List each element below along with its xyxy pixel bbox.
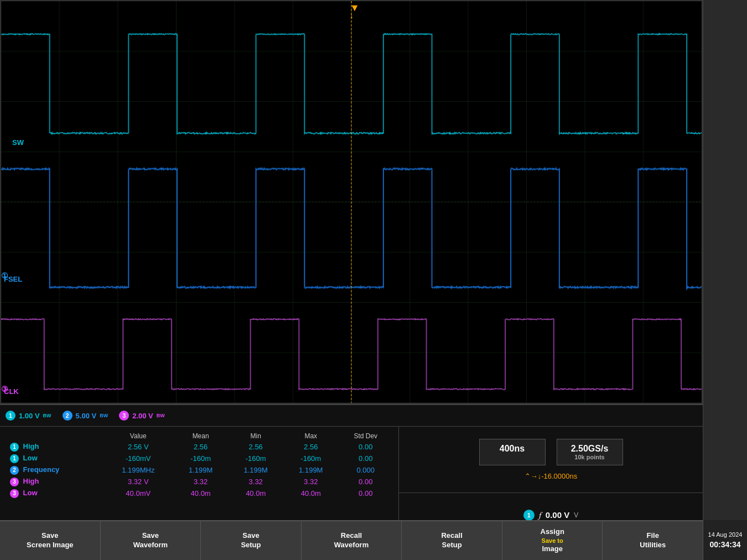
- stat-mean: -160m: [173, 453, 229, 464]
- stats-header-std: Std Dev: [339, 431, 393, 441]
- stat-label: 1 High: [6, 441, 103, 453]
- stat-max: 2.56: [283, 441, 339, 453]
- timebase-value: 400ns: [491, 444, 534, 454]
- stats-row: 3 High 3.32 V 3.32 3.32 3.32 0.00: [6, 476, 393, 488]
- stat-max: -160m: [283, 453, 339, 464]
- stat-std: 0.000: [339, 464, 393, 476]
- waveform-display: [1, 1, 702, 403]
- save-setup-button[interactable]: SaveSetup: [201, 521, 302, 560]
- stat-value: 1.199MHz: [103, 464, 173, 476]
- stat-max: 3.32: [283, 476, 339, 488]
- stat-label: 3 Low: [6, 488, 103, 499]
- stat-mean: 40.0m: [173, 488, 229, 499]
- assign-image-text: Image: [542, 545, 563, 554]
- ch1-indicator: 1 1.00 V BW: [6, 411, 51, 421]
- ch2-label: SW: [12, 138, 24, 147]
- trigger-ch-circle: 1: [523, 510, 535, 521]
- recall-setup-button[interactable]: RecallSetup: [402, 521, 502, 560]
- ch3-circle: 3: [119, 411, 129, 421]
- trigger-display: 1 𝑓 0.00 V V: [523, 510, 578, 521]
- ch3-marker: ③: [1, 385, 8, 393]
- channel-bar: 1 1.00 V BW 2 5.00 V BW 3 2.00 V BW: [0, 404, 703, 426]
- stat-min: 40.0m: [228, 488, 283, 499]
- stats-tbody: 1 High 2.56 V 2.56 2.56 2.56 0.00 1 Low …: [6, 441, 393, 499]
- right-stats-panel: [703, 404, 747, 520]
- stat-value: 2.56 V: [103, 441, 173, 453]
- stat-mean: 3.32: [173, 476, 229, 488]
- assign-sub-text: Save to: [542, 537, 563, 545]
- stats-header-mean: Mean: [173, 431, 229, 441]
- stat-std: 0.00: [339, 453, 393, 464]
- stat-label: 2 Frequency: [6, 464, 103, 476]
- ch1-bw: BW: [43, 413, 51, 418]
- stat-min: 2.56: [228, 441, 283, 453]
- right-panel: [703, 0, 747, 404]
- samplerate-value: 2.50GS/s: [568, 444, 611, 454]
- scope-screen: SW FSEL CLK ① ③ ▼ ↓: [0, 0, 703, 404]
- stat-std: 0.00: [339, 476, 393, 488]
- trigger-unit: V: [574, 511, 578, 519]
- stat-max: 1.199M: [283, 464, 339, 476]
- ch1-voltage: 1.00 V: [19, 412, 40, 420]
- stats-header-max: Max: [283, 431, 339, 441]
- assign-bowl-button[interactable]: Assign Save to Image: [502, 521, 603, 560]
- stats-table: Value Mean Min Max Std Dev 1 High 2.56 V…: [6, 431, 393, 499]
- stat-std: 0.00: [339, 488, 393, 499]
- stat-min: -160m: [228, 453, 283, 464]
- ch2-bw: BW: [100, 413, 108, 418]
- datetime-display: 14 Aug 2024 00:34:34: [703, 520, 747, 560]
- stat-min: 3.32: [228, 476, 283, 488]
- recall-waveform-button[interactable]: RecallWaveform: [302, 521, 402, 560]
- date-display: 14 Aug 2024: [708, 531, 743, 538]
- stat-mean: 1.199M: [173, 464, 229, 476]
- ch2-circle: 2: [63, 411, 72, 421]
- stat-min: 1.199M: [228, 464, 283, 476]
- save-screen-image-button[interactable]: SaveScreen Image: [0, 521, 101, 560]
- stat-max: 40.0m: [283, 488, 339, 499]
- time-info: 400ns 2.50GS/s 10k points ⌃→↓-16.0000ns: [398, 426, 703, 492]
- trigger-offset: ⌃→↓-16.0000ns: [525, 472, 578, 480]
- stats-row: 3 Low 40.0mV 40.0m 40.0m 40.0m 0.00: [6, 488, 393, 499]
- save-waveform-button[interactable]: SaveWaveform: [101, 521, 201, 560]
- points-value: 10k points: [568, 454, 611, 460]
- stat-mean: 2.56: [173, 441, 229, 453]
- time-boxes: 400ns 2.50GS/s 10k points: [479, 439, 623, 465]
- ch3-indicator: 3 2.00 V BW: [119, 411, 165, 421]
- stats-header-label: [6, 431, 103, 441]
- timebase-cell: 400ns: [479, 439, 546, 465]
- stats-header-value: Value: [103, 431, 173, 441]
- samplerate-cell: 2.50GS/s 10k points: [557, 439, 623, 465]
- bottom-buttons: SaveScreen Image SaveWaveform SaveSetup …: [0, 520, 703, 560]
- file-utilities-button[interactable]: FileUtilities: [603, 521, 703, 560]
- trigger-top-marker2: ↓: [350, 11, 354, 20]
- time-display: 00:34:34: [709, 540, 740, 549]
- trigger-offset-value: ⌃→↓-16.0000ns: [525, 472, 578, 480]
- ch3-bw: BW: [157, 413, 165, 418]
- stat-label: 1 Low: [6, 453, 103, 464]
- stats-row: 1 High 2.56 V 2.56 2.56 2.56 0.00: [6, 441, 393, 453]
- ch2-indicator: 2 5.00 V BW: [63, 411, 108, 421]
- trigger-voltage: 0.00 V: [546, 510, 569, 520]
- ch3-voltage: 2.00 V: [132, 412, 153, 420]
- ch1-circle: 1: [6, 411, 15, 421]
- stat-label: 3 High: [6, 476, 103, 488]
- trigger-type-icon: 𝑓: [539, 510, 541, 520]
- ch1-marker: ①: [1, 271, 8, 280]
- ch2-voltage: 5.00 V: [76, 412, 97, 420]
- stats-header-min: Min: [228, 431, 283, 441]
- stat-value: -160mV: [103, 453, 173, 464]
- stats-row: 2 Frequency 1.199MHz 1.199M 1.199M 1.199…: [6, 464, 393, 476]
- assign-main-text: Assign: [541, 527, 564, 537]
- stats-row: 1 Low -160mV -160m -160m -160m 0.00: [6, 453, 393, 464]
- stat-value: 40.0mV: [103, 488, 173, 499]
- stat-value: 3.32 V: [103, 476, 173, 488]
- stat-std: 0.00: [339, 441, 393, 453]
